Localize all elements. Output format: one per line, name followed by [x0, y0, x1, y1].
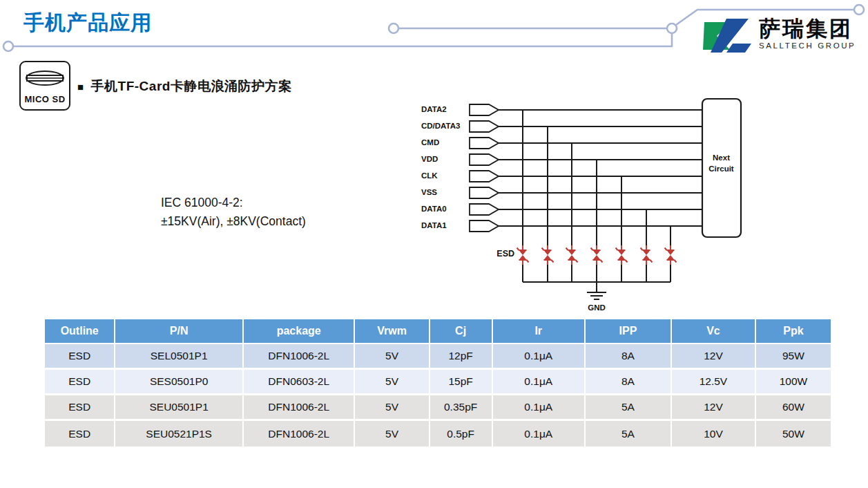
table-cell: 60W [756, 395, 831, 421]
esd-diode [566, 245, 578, 265]
header-vrwm: Vrwm [355, 319, 430, 344]
signal-connector [470, 171, 499, 182]
table-cell: 12pF [430, 344, 493, 370]
table-cell: 8A [586, 370, 672, 395]
table-cell: SEU0521P1S [115, 421, 243, 447]
table-cell: 15pF [430, 370, 493, 395]
table-cell: SEL0501P1 [115, 344, 243, 370]
signal-label-vss: VSS [421, 188, 437, 196]
sd-card-icon: MICO SD [19, 61, 70, 111]
logo-en-name: SALLTECH GROUP [759, 42, 856, 50]
signal-connector [470, 138, 499, 149]
table-cell: 5V [355, 421, 430, 447]
table-cell: 95W [756, 344, 831, 370]
sd-card-label: MICO SD [21, 94, 69, 104]
esd-label: ESD [483, 249, 514, 259]
table-cell: 0.1μA [493, 421, 586, 447]
table-row: ESD SES0501P0 DFN0603-2L 5V 15pF 0.1μA 8… [45, 370, 831, 395]
header-ipp: IPP [586, 319, 672, 344]
next-circuit-label: Next Circuit [702, 152, 741, 174]
signal-label-data2: DATA2 [421, 105, 447, 113]
logo-mark [702, 18, 753, 54]
signal-label-data0: DATA0 [421, 205, 447, 213]
table-cell: 0.5pF [430, 421, 493, 447]
table-cell: 5V [355, 395, 430, 421]
table-cell: SES0501P0 [115, 370, 243, 395]
table-cell: 50W [756, 421, 831, 447]
signal-connector [470, 104, 499, 115]
section-heading: 手机TF-Card卡静电浪涌防护方案 [91, 77, 292, 95]
esd-diode [517, 245, 529, 265]
slide-root: 手机产品应用 萨瑞集团 SALLTECH GROUP MICO SD ■ 手机T… [0, 0, 868, 488]
signal-connector [470, 154, 499, 165]
table-cell: 0.1μA [493, 370, 586, 395]
page-title: 手机产品应用 [23, 9, 152, 37]
esd-diode [542, 245, 554, 265]
table-cell: DFN0603-2L [244, 370, 356, 395]
signal-connector [470, 187, 499, 198]
table-cell: SEU0501P1 [115, 395, 243, 421]
parts-table: Outline P/N package Vrwm Cj Ir IPP Vc Pp… [45, 319, 831, 447]
gnd-label: GND [581, 303, 612, 312]
table-cell: 8A [586, 344, 672, 370]
header-outline: Outline [45, 319, 115, 344]
table-cell: 5V [355, 370, 430, 395]
table-cell: 5A [586, 395, 672, 421]
header-ir: Ir [493, 319, 586, 344]
table-cell: 12.5V [672, 370, 756, 395]
signal-label-vdd: VDD [421, 155, 438, 163]
table-cell: ESD [45, 421, 115, 447]
signal-label-cmd: CMD [421, 138, 439, 147]
header-vc: Vc [672, 319, 756, 344]
table-cell: 10V [672, 421, 756, 447]
table-header-row: Outline P/N package Vrwm Cj Ir IPP Vc Pp… [45, 319, 831, 344]
section-heading-row: ■ 手机TF-Card卡静电浪涌防护方案 [77, 77, 291, 95]
table-cell: 0.1μA [493, 395, 586, 421]
table-row: ESD SEU0501P1 DFN1006-2L 5V 0.35pF 0.1μA… [45, 395, 831, 421]
circuit-diagram-svg [418, 97, 744, 318]
table-cell: DFN1006-2L [244, 421, 356, 447]
esd-diode [641, 245, 653, 265]
signal-connector [470, 204, 499, 215]
company-logo: 萨瑞集团 SALLTECH GROUP [702, 18, 856, 54]
esd-diode [665, 245, 677, 265]
iec-note-line1: IEC 61000-4-2: [161, 194, 306, 212]
table-cell: DFN1006-2L [244, 344, 356, 370]
ground-symbol [587, 282, 606, 299]
signal-connector [470, 220, 499, 232]
square-bullet-icon: ■ [77, 82, 84, 92]
signal-connector [470, 121, 499, 132]
table-row: ESD SEL0501P1 DFN1006-2L 5V 12pF 0.1μA 8… [45, 344, 831, 370]
table-cell: 0.35pF [430, 395, 493, 421]
table-cell: 0.1μA [493, 344, 586, 370]
circuit-diagram: DATA2 CD/DATA3 CMD VDD CLK VSS DATA0 DAT… [418, 97, 744, 318]
signal-label-data1: DATA1 [421, 221, 447, 229]
table-cell: 12V [672, 344, 756, 370]
signal-label-clk: CLK [421, 171, 438, 180]
esd-diode [591, 245, 603, 265]
header-ppk: Ppk [756, 319, 831, 344]
table-cell: 5A [586, 421, 672, 447]
table-cell: ESD [45, 344, 115, 370]
table-cell: 100W [756, 370, 831, 395]
header-package: package [244, 319, 356, 344]
esd-diode [616, 245, 628, 265]
header-pn: P/N [115, 319, 243, 344]
header-cj: Cj [430, 319, 493, 344]
signal-label-cd-data3: CD/DATA3 [421, 122, 460, 130]
table-cell: ESD [45, 370, 115, 395]
table-row: ESD SEU0521P1S DFN1006-2L 5V 0.5pF 0.1μA… [45, 421, 831, 447]
logo-cn-name: 萨瑞集团 [759, 18, 856, 39]
iec-note-line2: ±15KV(Air), ±8KV(Contact) [161, 212, 306, 231]
table-cell: DFN1006-2L [244, 395, 356, 421]
iec-note: IEC 61000-4-2: ±15KV(Air), ±8KV(Contact) [161, 194, 306, 231]
table-cell: 12V [672, 395, 756, 421]
table-cell: ESD [45, 395, 115, 421]
sd-card-glyph [23, 69, 66, 87]
table-cell: 5V [355, 344, 430, 370]
